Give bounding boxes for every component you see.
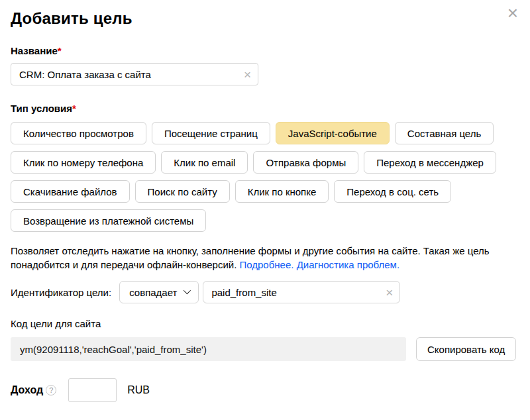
chip-messenger[interactable]: Переход в мессенджер — [364, 151, 496, 174]
help-icon[interactable]: ? — [46, 385, 56, 395]
chip-site-search[interactable]: Поиск по сайту — [135, 180, 230, 203]
chip-file-download[interactable]: Скачивание файлов — [11, 180, 130, 203]
chip-social-network[interactable]: Переход в соц. сеть — [334, 180, 451, 203]
condition-description: Позволяет отследить нажатие на кнопку, з… — [11, 244, 521, 272]
goal-code-snippet: ym(92091118,'reachGoal','paid_from_site'… — [11, 337, 406, 361]
name-field-label: Название* — [11, 45, 519, 56]
chip-phone-click[interactable]: Клик по номеру телефона — [11, 151, 156, 174]
goal-name-value: CRM: Оплата заказа с сайта — [19, 69, 238, 80]
chip-page-views[interactable]: Количество просмотров — [11, 122, 146, 144]
chevron-down-icon — [184, 286, 191, 293]
identifier-label: Идентификатор цели: — [11, 287, 111, 298]
revenue-row: Доход ? RUB — [11, 378, 519, 402]
chip-page-visit[interactable]: Посещение страниц — [152, 122, 270, 144]
condition-type-chips: Количество просмотров Посещение страниц … — [11, 122, 519, 232]
goal-code-label: Код цели для сайта — [11, 318, 519, 329]
identifier-input[interactable]: paid_from_site × — [203, 281, 400, 303]
currency-label: RUB — [127, 384, 150, 396]
copy-code-button[interactable]: Скопировать код — [416, 337, 516, 361]
condition-type-label: Тип условия* — [11, 103, 519, 114]
chip-composite-goal[interactable]: Составная цель — [395, 122, 494, 144]
goal-name-input[interactable]: CRM: Оплата заказа с сайта × — [11, 63, 258, 85]
goal-identifier-row: Идентификатор цели: совпадает paid_from_… — [11, 281, 519, 303]
chip-javascript-event[interactable]: JavaScript-событие — [276, 122, 390, 144]
match-type-select[interactable]: совпадает — [119, 281, 199, 303]
clear-input-icon[interactable]: × — [244, 68, 251, 81]
page-title: Добавить цель — [11, 9, 519, 28]
link-more[interactable]: Подробнее. — [239, 259, 293, 270]
required-asterisk: * — [58, 45, 62, 56]
link-diagnostics[interactable]: Диагностика проблем. — [297, 259, 399, 270]
chip-payment-return[interactable]: Возвращение из платежной системы — [11, 209, 206, 232]
chip-email-click[interactable]: Клик по email — [161, 151, 248, 174]
goal-code-row: ym(92091118,'reachGoal','paid_from_site'… — [11, 337, 519, 361]
required-asterisk: * — [72, 103, 76, 114]
match-type-value: совпадает — [129, 287, 177, 298]
chip-form-submit[interactable]: Отправка формы — [253, 151, 358, 174]
identifier-value: paid_from_site — [211, 287, 380, 298]
close-icon[interactable]: × — [507, 4, 518, 23]
revenue-input[interactable] — [68, 378, 117, 402]
clear-input-icon[interactable]: × — [386, 286, 393, 299]
revenue-label: Доход — [11, 384, 43, 396]
chip-button-click[interactable]: Клик по кнопке — [235, 180, 329, 203]
